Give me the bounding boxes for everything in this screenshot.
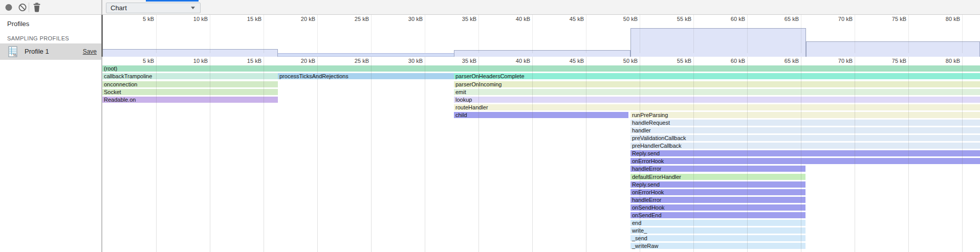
- flame-bar[interactable]: write_: [630, 227, 805, 234]
- flame-bar[interactable]: preHandlerCallback: [630, 143, 980, 149]
- flame-bar-label: child: [455, 112, 467, 118]
- flame-bar[interactable]: Reply.send: [630, 181, 805, 188]
- profile-icon: %: [8, 46, 18, 58]
- gridline: [264, 15, 264, 53]
- flame-bar[interactable]: handler: [630, 127, 980, 133]
- axis-tick-label: 20 kB: [285, 16, 315, 22]
- gridline: [478, 15, 479, 53]
- flame-bar-label: Reply.send: [632, 181, 660, 188]
- overview-allocation-band: [454, 50, 630, 57]
- flame-bar[interactable]: _writeRaw: [630, 243, 805, 249]
- memory-panel-toolbar: Chart: [0, 0, 980, 15]
- sidebar-title: Profiles: [7, 20, 29, 28]
- flame-bar-label: lookup: [455, 97, 472, 103]
- axis-tick-label: 45 kB: [553, 16, 584, 22]
- flame-bar[interactable]: handleRequest: [630, 120, 980, 126]
- toolbar-separator: [29, 3, 29, 12]
- gridline: [425, 15, 425, 53]
- axis-tick-label: 10 kB: [177, 16, 208, 22]
- axis-tick-label: 75 kB: [876, 58, 906, 64]
- flame-bar[interactable]: processTicksAndRejections: [278, 73, 454, 79]
- flame-bar[interactable]: handleError: [630, 166, 805, 172]
- axis-tick-label: 35 kB: [446, 16, 476, 22]
- chevron-down-icon: [191, 7, 195, 9]
- flame-chart-canvas[interactable]: 5 kB5 kB10 kB10 kB15 kB15 kB20 kB20 kB25…: [0, 0, 980, 252]
- flame-bar[interactable]: emit: [454, 89, 980, 95]
- profile-list-item[interactable]: % Profile 1 Save: [0, 43, 101, 60]
- flame-bar[interactable]: preValidationCallback: [630, 135, 980, 141]
- svg-text:%: %: [13, 53, 16, 57]
- profile-name: Profile 1: [25, 48, 49, 55]
- record-heap-allocations-icon[interactable]: [4, 0, 13, 15]
- axis-tick-label: 5 kB: [123, 58, 154, 64]
- selected-tab-indicator: [146, 0, 199, 2]
- view-mode-select[interactable]: Chart: [106, 3, 201, 13]
- flame-bar-label: (root): [104, 65, 117, 72]
- flame-bar-label: handler: [632, 127, 651, 133]
- axis-tick-label: 40 kB: [499, 16, 530, 22]
- flame-bar[interactable]: onSendHook: [630, 204, 805, 211]
- axis-tick-label: 5 kB: [123, 16, 154, 22]
- axis-tick-label: 80 kB: [929, 58, 960, 64]
- flame-bar[interactable]: routeHandler: [454, 104, 980, 110]
- flame-bar-label: end: [632, 220, 641, 226]
- axis-tick-label: 10 kB: [177, 58, 208, 64]
- flame-bar-label: handleError: [632, 166, 661, 172]
- flame-bar[interactable]: handleError: [630, 197, 805, 203]
- overview-allocation-band: [806, 41, 980, 57]
- flame-bar[interactable]: Reply.send: [630, 150, 980, 156]
- axis-tick-label: 70 kB: [822, 58, 853, 64]
- flame-bar[interactable]: (root): [102, 65, 980, 72]
- flame-bar-label: preHandlerCallback: [632, 143, 682, 149]
- flame-bar[interactable]: onErrorHook: [630, 158, 980, 164]
- axis-tick-label: 65 kB: [768, 58, 799, 64]
- profiles-sidebar: Profiles SAMPLING PROFILES % Profile 1 S…: [0, 15, 101, 252]
- flame-bar[interactable]: parserOnHeadersComplete: [454, 73, 980, 79]
- flame-bar[interactable]: callbackTrampoline: [102, 73, 278, 79]
- overview-range-handle[interactable]: [101, 15, 103, 57]
- flame-bar[interactable]: runPreParsing: [630, 112, 980, 118]
- save-profile-link[interactable]: Save: [83, 48, 97, 55]
- flame-bar-label: defaultErrorHandler: [632, 174, 681, 180]
- flame-bar-label: parserOnHeadersComplete: [455, 73, 525, 79]
- flame-bar-label: runPreParsing: [632, 112, 668, 118]
- flame-bar[interactable]: end: [630, 220, 805, 226]
- gridline: [156, 15, 157, 53]
- axis-tick-label: 70 kB: [822, 16, 853, 22]
- axis-tick-label: 15 kB: [231, 16, 262, 22]
- delete-profile-icon[interactable]: [32, 0, 42, 15]
- sampling-profiles-header: SAMPLING PROFILES: [7, 35, 69, 41]
- flame-bar[interactable]: defaultErrorHandler: [630, 174, 805, 180]
- flame-bar-label: processTicksAndRejections: [279, 73, 349, 79]
- flame-bar-label: preValidationCallback: [632, 135, 686, 141]
- flame-bar-label: _send: [632, 235, 647, 241]
- flame-bar[interactable]: lookup: [454, 97, 980, 103]
- flame-bar[interactable]: child: [454, 112, 628, 118]
- flame-bar[interactable]: Socket: [102, 89, 278, 95]
- flame-bar-label: _writeRaw: [632, 243, 658, 249]
- overview-allocation-band: [630, 28, 806, 57]
- overview-allocation-band: [102, 49, 278, 57]
- axis-tick-label: 40 kB: [499, 58, 530, 64]
- flame-bar[interactable]: parserOnIncoming: [454, 81, 980, 87]
- axis-tick-label: 30 kB: [392, 58, 423, 64]
- axis-tick-label: 25 kB: [338, 58, 369, 64]
- flame-bar[interactable]: Readable.on: [102, 97, 278, 103]
- axis-tick-label: 65 kB: [768, 16, 799, 22]
- flame-bar-label: onSendHook: [632, 204, 665, 211]
- flame-bar-label: handleError: [632, 197, 661, 203]
- axis-tick-label: 55 kB: [661, 58, 691, 64]
- flame-bar-label: onErrorHook: [632, 189, 664, 195]
- axis-tick-label: 80 kB: [929, 16, 960, 22]
- axis-tick-label: 50 kB: [607, 58, 638, 64]
- clear-all-profiles-icon[interactable]: [18, 0, 27, 15]
- axis-tick-label: 60 kB: [714, 58, 745, 64]
- flame-bar-label: onSendEnd: [632, 212, 662, 218]
- gridline: [371, 57, 372, 252]
- flame-bar[interactable]: onSendEnd: [630, 212, 805, 218]
- flame-bar-label: handleRequest: [632, 120, 670, 126]
- flame-bar[interactable]: onErrorHook: [630, 189, 805, 195]
- flame-bar[interactable]: _send: [630, 235, 805, 241]
- flame-bar[interactable]: onconnection: [102, 81, 278, 87]
- gridline: [371, 15, 372, 53]
